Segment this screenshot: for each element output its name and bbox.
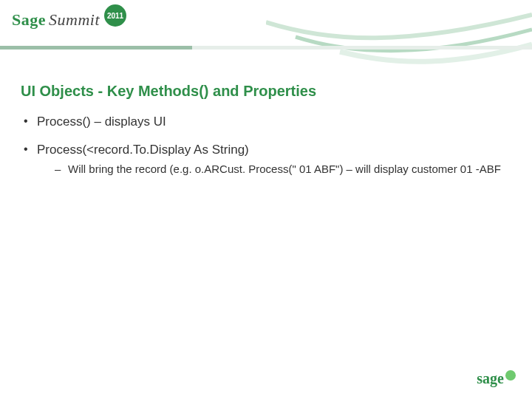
sub-list-item: Will bring the record (e.g. o.ARCust. Pr…: [37, 162, 511, 177]
footer-sage-logo: sage: [477, 370, 516, 387]
slide-header: Sage Summit 2011: [0, 0, 532, 59]
brand-word-summit: Summit: [49, 10, 100, 30]
list-item: Process() – displays UI: [21, 115, 511, 129]
sub-list: Will bring the record (e.g. o.ARCust. Pr…: [37, 162, 511, 177]
footer-dot-icon: [505, 370, 516, 381]
bullet-text: Process() – displays UI: [37, 115, 166, 129]
brand-word-sage: Sage: [12, 10, 46, 30]
list-item: Process(<record.To.Display As String) Wi…: [21, 143, 511, 177]
sub-bullet-text: Will bring the record (e.g. o.ARCust. Pr…: [68, 163, 501, 175]
sage-summit-logo: Sage Summit 2011: [12, 10, 126, 30]
year-badge-icon: 2011: [104, 4, 126, 27]
slide-title: UI Objects - Key Methods() and Propertie…: [21, 83, 511, 100]
header-swirl-icon: [266, 0, 532, 81]
footer-brand-text: sage: [477, 370, 504, 387]
header-divider-accent: [0, 46, 192, 50]
slide-content: UI Objects - Key Methods() and Propertie…: [21, 83, 511, 190]
bullet-list: Process() – displays UI Process(<record.…: [21, 115, 511, 177]
bullet-text: Process(<record.To.Display As String): [37, 143, 249, 157]
